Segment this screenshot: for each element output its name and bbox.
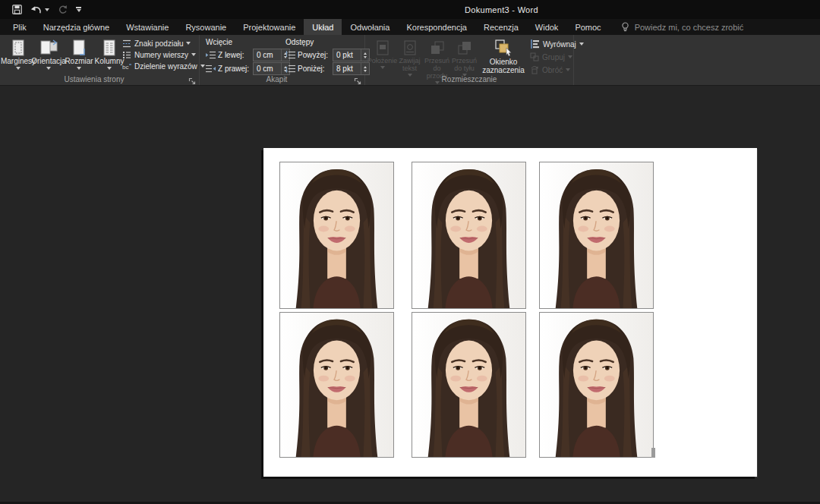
rotate-caret <box>566 68 570 71</box>
size-icon <box>72 38 86 57</box>
indent-right-label: Z prawej: <box>218 65 251 73</box>
group-caption-paragraph: Akapit <box>200 75 354 83</box>
send-backward-icon <box>457 38 472 57</box>
tab-odwolania[interactable]: Odwołania <box>342 19 398 35</box>
group-caption-arrange: Rozmieszczanie <box>365 75 573 83</box>
save-icon <box>12 5 22 14</box>
group-caption-page-setup: Ustawienia strony <box>0 75 188 83</box>
align-caret <box>579 43 584 46</box>
tab-uklad[interactable]: Układ <box>304 19 342 35</box>
tab-korespondencja[interactable]: Korespondencja <box>398 19 475 35</box>
group-page-setup: Marginesy Orientacja <box>0 35 200 85</box>
selection-pane-label: Okienko zaznaczenia <box>480 58 527 74</box>
margins-label: Marginesy <box>1 57 36 65</box>
breaks-button[interactable]: Znaki podziału <box>122 39 205 48</box>
spacing-before-value[interactable]: 0 pkt <box>333 49 361 61</box>
indent-left-value[interactable]: 0 cm <box>254 49 281 61</box>
tab-wstawianie[interactable]: Wstawianie <box>118 19 177 35</box>
tab-projektowanie[interactable]: Projektowanie <box>235 19 304 35</box>
orientation-button[interactable]: Orientacja <box>34 38 63 70</box>
passport-photo-5[interactable] <box>412 312 526 458</box>
save-button[interactable] <box>12 5 22 14</box>
line-numbers-label: Numery wierszy <box>134 51 188 59</box>
indent-right-icon <box>206 65 216 73</box>
size-label: Rozmiar <box>65 57 93 65</box>
page-setup-dialog-launcher[interactable] <box>188 74 196 82</box>
undo-icon <box>30 5 42 14</box>
passport-photo-1[interactable] <box>279 162 394 309</box>
bring-forward-icon <box>430 38 445 57</box>
ribbon-tab-bar: Plik Narzędzia główne Wstawianie Rysowan… <box>0 19 820 35</box>
qat-customize-bar <box>76 7 81 8</box>
columns-caret <box>107 67 112 70</box>
selection-pane-icon <box>494 38 513 58</box>
passport-photo-4[interactable] <box>279 312 394 458</box>
spacing-after-label: Poniżej: <box>298 65 330 73</box>
tab-pomoc[interactable]: Pomoc <box>566 19 609 35</box>
columns-label: Kolumny <box>95 57 125 65</box>
indent-right-value[interactable]: 0 cm <box>254 63 281 74</box>
indent-left-input[interactable]: 0 cm <box>253 49 290 61</box>
position-caret <box>380 66 385 69</box>
position-icon <box>377 38 389 57</box>
align-label: Wyrównaj <box>543 40 576 49</box>
hyphenation-label: Dzielenie wyrazów <box>134 62 197 71</box>
ribbon: Marginesy Orientacja <box>0 35 820 86</box>
passport-photo-3[interactable] <box>539 162 654 309</box>
columns-icon <box>102 38 117 57</box>
selection-pane-button[interactable]: Okienko zaznaczenia <box>480 38 527 74</box>
indent-right-input[interactable]: 0 cm <box>253 62 290 75</box>
passport-photo-6[interactable] <box>539 312 654 458</box>
hyphenation-button[interactable]: bc Dzielenie wyrazów <box>122 61 205 71</box>
tab-rysowanie[interactable]: Rysowanie <box>177 19 235 35</box>
spacing-before-input[interactable]: 0 pkt <box>333 49 370 61</box>
indent-title: Wcięcie <box>206 38 290 47</box>
undo-button[interactable] <box>30 5 49 14</box>
photo-resize-handle[interactable] <box>651 448 655 458</box>
orientation-icon <box>39 38 58 57</box>
hyphenation-icon: bc <box>122 62 131 71</box>
margins-icon <box>11 38 26 57</box>
line-numbers-icon <box>122 51 131 59</box>
dialog-launcher-icon <box>354 77 361 85</box>
wrap-text-icon <box>404 38 416 57</box>
spacing-after-value[interactable]: 8 pkt <box>333 63 361 74</box>
orientation-label: Orientacja <box>31 57 66 65</box>
size-caret <box>77 67 81 70</box>
orientation-caret <box>46 67 51 70</box>
rotate-button-disabled: Obróć <box>530 65 584 74</box>
margins-button[interactable]: Marginesy <box>4 38 33 70</box>
paragraph-dialog-launcher[interactable] <box>354 74 361 82</box>
tab-narzedzia-glowne[interactable]: Narzędzia główne <box>35 19 118 35</box>
size-button[interactable]: Rozmiar <box>65 38 93 70</box>
line-numbers-caret <box>191 53 196 56</box>
tell-me-text: Powiedz mi, co chcesz zrobić <box>635 23 744 32</box>
line-numbers-button[interactable]: Numery wierszy <box>122 50 205 59</box>
group-paragraph: Wcięcie Z lewej: 0 cm Z prawej: <box>200 35 365 85</box>
rotate-label: Obróć <box>542 66 563 74</box>
tell-me-box[interactable]: Powiedz mi, co chcesz zrobić <box>621 19 744 35</box>
tab-plik[interactable]: Plik <box>5 19 35 35</box>
undo-dropdown-caret[interactable] <box>45 8 49 11</box>
tab-widok[interactable]: Widok <box>527 19 567 35</box>
margins-caret <box>16 67 20 70</box>
dialog-launcher-icon <box>188 77 196 85</box>
redo-button[interactable] <box>58 5 68 14</box>
spacing-before-label: Powyżej: <box>298 51 330 59</box>
title-bar: Dokument3 - Word <box>0 0 820 19</box>
wrap-text-label: Zawijaj tekst <box>397 57 422 72</box>
qat-customize-button[interactable] <box>76 7 81 12</box>
window-title: Dokument3 - Word <box>465 0 538 19</box>
align-button[interactable]: Wyrównaj <box>530 39 584 49</box>
passport-photo-2[interactable] <box>412 162 526 309</box>
lightbulb-icon <box>621 22 629 33</box>
spacing-after-icon <box>285 65 295 73</box>
tab-recenzja[interactable]: Recenzja <box>475 19 527 35</box>
svg-text:bc: bc <box>122 64 128 71</box>
indent-left-icon <box>206 51 216 59</box>
document-page[interactable] <box>263 148 757 477</box>
spacing-after-input[interactable]: 8 pkt <box>333 62 370 75</box>
align-icon <box>530 39 540 49</box>
columns-button[interactable]: Kolumny <box>95 38 124 70</box>
quick-access-toolbar <box>0 5 81 14</box>
